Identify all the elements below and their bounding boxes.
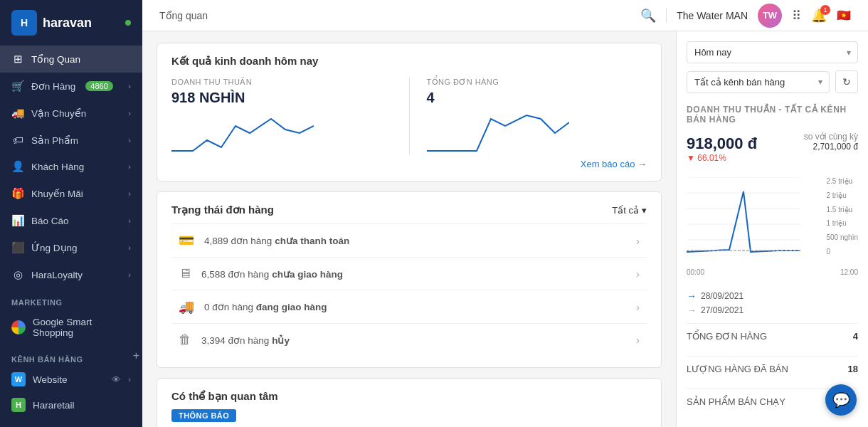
sidebar-item-van-chuyen[interactable]: 🚚 Vận Chuyển › bbox=[0, 100, 142, 127]
home-icon: ⊞ bbox=[11, 53, 24, 65]
order-filter-label: Tất cả bbox=[612, 205, 639, 216]
chart-label-0: 0 bbox=[827, 248, 859, 255]
order-row-delivering[interactable]: 🚚 0 đơn hàng đang giao hàng › bbox=[171, 290, 647, 323]
sidebar-nav: ⊞ Tổng Quan 🛒 Đơn Hàng 4860 › 🚚 Vận Chuy… bbox=[0, 46, 142, 427]
channel-select-wrapper: Tất cả kênh bán hàng Website Hararetail bbox=[687, 71, 830, 93]
order-count-cancelled: 3,394 đơn hàng hủy bbox=[201, 334, 290, 346]
sidebar-item-website[interactable]: W Website 👁 › bbox=[0, 367, 142, 392]
stat-row-sold-qty: LƯỢNG HÀNG ĐÃ BÁN 18 bbox=[687, 356, 858, 381]
topbar-right: 🔍 The Water MAN TW ⠿ 🔔 1 🇻🇳 bbox=[640, 4, 851, 28]
sidebar-item-label: Đơn Hàng bbox=[31, 80, 75, 92]
order-count-delivering: 0 đơn hàng đang giao hàng bbox=[204, 301, 327, 312]
interest-card: Có thể bạn quan tâm THÔNG BÁO bbox=[157, 378, 662, 427]
sidebar-item-label: HaraLoyalty bbox=[31, 270, 83, 280]
sidebar-item-label: Vận Chuyển bbox=[31, 107, 86, 119]
order-row-undelivered[interactable]: 🖥 6,588 đơn hàng chưa giao hàng › bbox=[171, 257, 647, 290]
topbar: Tổng quan 🔍 The Water MAN TW ⠿ 🔔 1 🇻🇳 bbox=[142, 0, 868, 31]
order-status-title: Trạng thái đơn hàng bbox=[171, 204, 274, 216]
legend-arrow-blue: → bbox=[687, 290, 697, 302]
order-badge: 4860 bbox=[85, 81, 112, 91]
rp-compare-block: so với cùng kỳ 2,701,000 đ bbox=[804, 132, 858, 152]
sidebar-item-hararetail[interactable]: H Hararetail bbox=[0, 392, 142, 418]
divider bbox=[666, 9, 667, 23]
order-count-undelivered: 6,588 đơn hàng chưa giao hàng bbox=[201, 268, 343, 280]
user-icon: 👤 bbox=[11, 160, 24, 173]
period-select[interactable]: Hôm nay Hôm qua 7 ngày qua 30 ngày qua bbox=[687, 41, 858, 63]
sidebar-item-don-hang[interactable]: 🛒 Đơn Hàng 4860 › bbox=[0, 73, 142, 100]
interest-title: Có thể bạn quan tâm bbox=[171, 390, 647, 403]
sidebar-item-ung-dung[interactable]: ⬛ Ứng Dụng › bbox=[0, 234, 142, 261]
rp-pct-change: ▼ 66.01% bbox=[687, 153, 757, 163]
thong-bao-badge: THÔNG BÁO bbox=[171, 409, 236, 422]
add-channel-button[interactable]: + bbox=[133, 349, 139, 362]
center-panel: Kết quả kinh doanh hôm nay DOANH THU THU… bbox=[142, 31, 676, 427]
order-filter-dropdown[interactable]: Tất cả ▾ bbox=[612, 205, 647, 216]
chevron-right-icon: › bbox=[636, 268, 640, 280]
chevron-right-icon: › bbox=[128, 270, 131, 279]
channel-select[interactable]: Tất cả kênh bán hàng Website Hararetail bbox=[687, 71, 830, 93]
chevron-down-icon: ▾ bbox=[642, 205, 647, 216]
chevron-right-icon: › bbox=[128, 82, 131, 90]
business-today-card: Kết quả kinh doanh hôm nay DOANH THU THU… bbox=[157, 43, 662, 181]
chart-label-2000k: 2 triệu bbox=[827, 191, 859, 199]
google-smart-shopping-label: Google Smart Shopping bbox=[33, 317, 131, 338]
sidebar-item-label: Báo Cáo bbox=[31, 216, 69, 226]
time-label-mid: 12:00 bbox=[840, 268, 858, 276]
sidebar-item-san-pham[interactable]: 🏷 Sản Phẩm › bbox=[0, 127, 142, 153]
revenue-section: DOANH THU THUẦN 918 NGHÌN bbox=[171, 78, 392, 154]
rp-legend: → 28/09/2021 → 27/09/2021 bbox=[687, 290, 858, 316]
sidebar-item-haraloyalty[interactable]: ◎ HaraLoyalty › bbox=[0, 261, 142, 288]
chevron-right-icon: › bbox=[128, 162, 131, 171]
chart-label-1500k: 1.5 triệu bbox=[827, 206, 859, 214]
truck-icon: 🚚 bbox=[11, 107, 24, 120]
chevron-right-icon: › bbox=[636, 334, 640, 346]
marketing-section-label: MARKETING bbox=[0, 288, 142, 310]
right-panel: Hôm nay Hôm qua 7 ngày qua 30 ngày qua T… bbox=[676, 31, 868, 427]
sidebar-logo: H haravan bbox=[0, 0, 142, 46]
chevron-right-icon: › bbox=[128, 216, 131, 225]
trash-icon: 🗑 bbox=[179, 332, 191, 347]
sidebar: H haravan ⊞ Tổng Quan 🛒 Đơn Hàng 4860 › … bbox=[0, 0, 142, 427]
gift-icon: 🎁 bbox=[11, 187, 24, 200]
chat-button[interactable]: 💬 bbox=[825, 384, 857, 416]
notification-bell[interactable]: 🔔 1 bbox=[811, 8, 827, 23]
order-row-unpaid[interactable]: 💳 4,889 đơn hàng chưa thanh toán › bbox=[171, 223, 647, 257]
channel-select-row: Tất cả kênh bán hàng Website Hararetail … bbox=[687, 70, 858, 93]
stat-label-sold-qty: LƯỢNG HÀNG ĐÃ BÁN bbox=[687, 364, 788, 374]
app-icon: ⬛ bbox=[11, 241, 24, 254]
sidebar-item-label: Tổng Quan bbox=[31, 53, 80, 65]
orders-value: 4 bbox=[427, 90, 647, 106]
orders-label: TỔNG ĐƠN HÀNG bbox=[427, 78, 647, 87]
rp-time-axis: 00:00 12:00 bbox=[687, 267, 858, 280]
user-name: The Water MAN bbox=[677, 10, 748, 21]
sidebar-item-bao-cao[interactable]: 📊 Báo Cáo › bbox=[0, 207, 142, 234]
rp-chart-labels: 2.5 triệu 2 triệu 1.5 triệu 1 triệu 500 … bbox=[824, 177, 859, 255]
chevron-right-icon: › bbox=[636, 235, 640, 247]
sidebar-item-label: Sản Phẩm bbox=[31, 135, 78, 146]
grid-icon[interactable]: ⠿ bbox=[792, 8, 801, 23]
sidebar-item-tong-quan[interactable]: ⊞ Tổng Quan bbox=[0, 46, 142, 73]
rp-section-title: DOANH THU THUẦN - TẤT CẢ KÊNH BÁN HÀNG bbox=[687, 105, 858, 125]
chevron-right-icon: › bbox=[128, 189, 131, 198]
google-smart-shopping-item[interactable]: Google Smart Shopping bbox=[0, 310, 142, 345]
website-icon: W bbox=[11, 372, 26, 386]
breadcrumb: Tổng quan bbox=[159, 10, 208, 21]
kqkd-divider bbox=[409, 78, 410, 154]
refresh-button[interactable]: ↻ bbox=[835, 70, 858, 93]
view-report-link[interactable]: Xem báo cáo → bbox=[171, 154, 647, 169]
payment-icon: 💳 bbox=[179, 233, 194, 248]
legend-label-yesterday: 27/09/2021 bbox=[701, 305, 743, 315]
sidebar-item-khach-hang[interactable]: 👤 Khách Hàng › bbox=[0, 153, 142, 180]
search-icon[interactable]: 🔍 bbox=[640, 8, 656, 23]
sidebar-item-khuyen-mai[interactable]: 🎁 Khuyến Mãi › bbox=[0, 180, 142, 207]
chart-icon: 📊 bbox=[11, 214, 24, 227]
rp-value-row: 918,000 đ ▼ 66.01% so với cùng kỳ 2,701,… bbox=[687, 132, 858, 163]
eye-icon[interactable]: 👁 bbox=[112, 374, 121, 385]
chevron-right-icon: › bbox=[128, 109, 131, 117]
tag-icon: 🏷 bbox=[11, 134, 24, 146]
chart-label-500k: 500 nghìn bbox=[827, 233, 859, 241]
order-row-cancelled[interactable]: 🗑 3,394 đơn hàng hủy › bbox=[171, 323, 647, 356]
flag-icon: 🇻🇳 bbox=[837, 9, 851, 22]
rp-compare-label: so với cùng kỳ bbox=[804, 132, 858, 142]
logo-icon: H bbox=[11, 10, 37, 36]
